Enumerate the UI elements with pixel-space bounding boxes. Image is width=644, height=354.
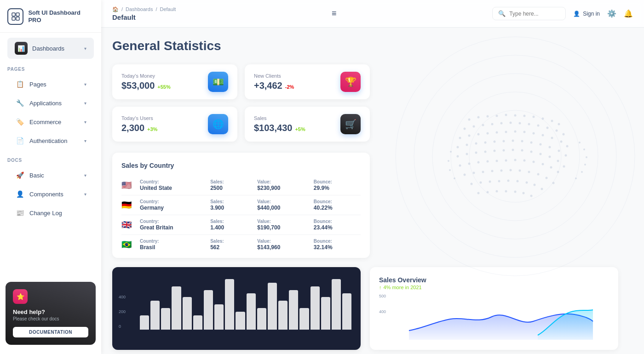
sales-col-label: Sales: (210, 179, 257, 184)
sidebar-item-dashboards[interactable]: 📊 Dashboards ▾ (7, 38, 94, 59)
search-icon: 🔍 (498, 10, 506, 17)
stat-label-money: Today's Money (121, 73, 171, 79)
svg-point-95 (480, 182, 482, 184)
stat-change-clients: -2% (285, 84, 294, 90)
svg-point-5 (414, 55, 616, 257)
authentication-chevron: ▾ (84, 138, 86, 143)
svg-point-98 (507, 180, 510, 182)
sidebar-section-pages: PAGES (0, 59, 101, 74)
svg-point-115 (575, 177, 577, 179)
components-chevron: ▾ (84, 192, 86, 197)
sales-by-country-card: Sales by Country 🇺🇸 Country: United Stat… (112, 153, 370, 258)
svg-point-66 (530, 151, 533, 153)
sidebar: Soft UI Dashboard PRO 📊 Dashboards ▾ PAG… (0, 0, 101, 354)
svg-point-57 (565, 154, 567, 157)
breadcrumb-dashboards[interactable]: Dashboards (126, 6, 153, 12)
stats-grid: Today's Money $53,000 +55% 💵 New Clients… (112, 64, 370, 142)
home-icon[interactable]: 🏠 (112, 6, 119, 12)
svg-point-45 (457, 146, 459, 148)
sidebar-item-basic[interactable]: 🚀 Basic ▾ (7, 166, 94, 184)
bar (183, 297, 192, 330)
stat-change-users: +3% (147, 126, 157, 132)
svg-point-89 (519, 170, 521, 172)
breadcrumb-nav: 🏠 / Dashboards / Default (112, 6, 176, 12)
svg-point-21 (473, 126, 475, 128)
svg-point-41 (542, 134, 544, 137)
sidebar-item-applications[interactable]: 🔧 Applications ▾ (7, 94, 94, 112)
svg-point-108 (523, 192, 525, 194)
applications-chevron: ▾ (84, 101, 86, 106)
svg-point-62 (494, 150, 496, 152)
svg-rect-2 (12, 17, 15, 20)
svg-point-10 (477, 116, 480, 119)
svg-point-32 (459, 137, 461, 139)
svg-point-14 (514, 114, 517, 117)
bar (299, 308, 309, 330)
search-box[interactable]: 🔍 (492, 7, 566, 20)
svg-point-19 (558, 123, 560, 126)
help-subtitle: Please check our docs (13, 316, 88, 321)
bar (342, 293, 351, 330)
stat-card-users: Today's Users 2,300 +3% 🌐 (112, 107, 237, 142)
bar (278, 301, 288, 330)
trend-up-icon: ↑ (379, 285, 382, 290)
flag-de: 🇩🇪 (121, 200, 140, 210)
svg-rect-0 (12, 13, 15, 16)
changelog-icon: 📰 (15, 208, 25, 218)
svg-point-73 (477, 161, 480, 164)
documentation-button[interactable]: DOCUMENTATION (13, 327, 88, 337)
flag-br: 🇧🇷 (121, 240, 140, 250)
svg-point-40 (533, 132, 535, 135)
svg-point-105 (496, 190, 498, 193)
svg-point-47 (475, 143, 477, 145)
value-col-label: Value: (257, 179, 314, 184)
svg-point-70 (563, 166, 565, 168)
svg-point-81 (550, 166, 552, 169)
svg-point-38 (514, 131, 517, 133)
sidebar-item-components[interactable]: 👤 Components ▾ (7, 185, 94, 203)
svg-point-111 (583, 148, 585, 150)
svg-point-56 (558, 150, 560, 152)
hamburger-button[interactable]: ≡ (330, 7, 339, 20)
svg-point-20 (464, 128, 466, 130)
ecommerce-icon: 🏷️ (15, 117, 25, 127)
svg-point-118 (449, 169, 451, 171)
sidebar-item-ecommerce-label: Ecommerce (29, 119, 61, 126)
bar (289, 290, 298, 330)
svg-point-104 (487, 191, 489, 194)
notifications-icon[interactable]: 🔔 (624, 9, 633, 18)
breadcrumb: 🏠 / Dashboards / Default Default (112, 6, 176, 21)
svg-point-100 (526, 182, 528, 184)
help-star-icon: ⭐ (13, 289, 28, 304)
bar (332, 279, 341, 330)
svg-point-97 (498, 180, 500, 183)
bar-chart-y-labels: 400 200 0 (119, 295, 126, 329)
bar (268, 283, 277, 330)
sidebar-item-pages[interactable]: 📋 Pages ▾ (7, 75, 94, 93)
svg-point-16 (533, 116, 535, 118)
settings-icon[interactable]: ⚙️ (607, 9, 616, 18)
breadcrumb-current: Default (160, 6, 176, 12)
search-input[interactable] (509, 11, 555, 17)
help-card: ⭐ Need help? Please check our docs DOCUM… (6, 282, 96, 345)
svg-point-69 (557, 160, 559, 162)
stat-icon-money: 💵 (208, 72, 228, 92)
stat-card-sales: Sales $103,430 +5% 🛒 (245, 107, 370, 142)
globe-decoration (386, 28, 644, 285)
svg-point-71 (459, 165, 461, 167)
bounce-usa: 29.9% (314, 185, 361, 191)
svg-point-85 (482, 171, 484, 173)
sidebar-item-changelog[interactable]: 📰 Change Log (7, 204, 94, 222)
svg-point-18 (551, 120, 553, 122)
sidebar-item-ecommerce[interactable]: 🏷️ Ecommerce ▾ (7, 113, 94, 131)
page-content: General Statistics (101, 28, 644, 354)
sign-in-action[interactable]: 👤 Sign in (573, 11, 600, 17)
user-icon: 👤 (573, 11, 580, 17)
svg-point-48 (484, 142, 487, 144)
sales-usa: 2500 (210, 185, 257, 191)
app-name: Soft UI Dashboard PRO (28, 9, 94, 23)
table-row: 🇺🇸 Country: United State Sales: 2500 Val… (121, 176, 361, 195)
svg-point-119 (454, 177, 455, 179)
bar (214, 304, 224, 330)
sidebar-item-authentication[interactable]: 📄 Authentication ▾ (7, 131, 94, 150)
